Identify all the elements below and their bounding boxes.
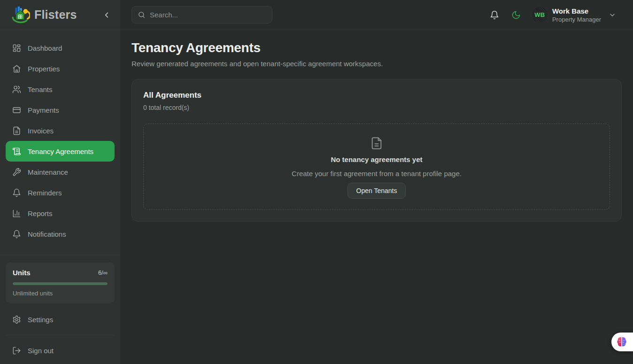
sidebar-item-label: Properties bbox=[28, 65, 60, 73]
sidebar-item-payments[interactable]: Payments bbox=[6, 100, 115, 120]
bell-icon bbox=[490, 10, 499, 20]
gear-icon bbox=[12, 315, 21, 324]
document-icon bbox=[370, 137, 383, 150]
card-title: All Agreements bbox=[143, 91, 610, 100]
units-note: Unlimited units bbox=[13, 290, 108, 297]
sidebar-item-label: Settings bbox=[28, 316, 53, 324]
user-role: Property Manager bbox=[552, 16, 601, 23]
brand-name: Flisters bbox=[34, 8, 101, 22]
bar-chart-icon bbox=[12, 209, 21, 218]
sidebar-item-maintenance[interactable]: Maintenance bbox=[6, 162, 115, 182]
sidebar-item-label: Reports bbox=[28, 209, 53, 217]
units-progress-fill bbox=[13, 282, 108, 285]
sidebar-item-label: Notifications bbox=[28, 230, 66, 238]
sidebar: Flisters Dashboard Properties Tenants Pa… bbox=[0, 0, 120, 364]
flisters-logo-icon bbox=[10, 5, 30, 25]
sidebar-item-reports[interactable]: Reports bbox=[6, 203, 115, 224]
brain-icon bbox=[616, 336, 628, 348]
avatar: WB bbox=[532, 7, 548, 23]
theme-toggle-button[interactable] bbox=[510, 9, 522, 21]
sidebar-item-sign-out[interactable]: Sign out bbox=[6, 340, 115, 361]
assistant-widget-button[interactable] bbox=[611, 333, 633, 351]
collapse-sidebar-button[interactable] bbox=[101, 9, 113, 21]
page-subtitle: Review generated agreements and open ten… bbox=[131, 60, 622, 68]
sidebar-item-label: Tenancy Agreements bbox=[28, 147, 93, 155]
empty-state-subtitle: Create your first agreement from a tenan… bbox=[292, 170, 462, 178]
search-box[interactable] bbox=[131, 6, 272, 23]
units-section: Units 6/∞ Unlimited units bbox=[0, 255, 120, 303]
sidebar-item-tenants[interactable]: Tenants bbox=[6, 79, 115, 100]
record-count: 0 total record(s) bbox=[143, 104, 610, 111]
wrench-icon bbox=[12, 168, 21, 177]
search-input[interactable] bbox=[150, 11, 266, 19]
chevron-left-icon bbox=[103, 11, 111, 19]
units-quota-card: Units 6/∞ Unlimited units bbox=[6, 263, 115, 303]
search-icon bbox=[138, 11, 146, 19]
sidebar-item-label: Reminders bbox=[28, 189, 62, 197]
users-icon bbox=[12, 85, 21, 94]
open-tenants-button[interactable]: Open Tenants bbox=[347, 183, 406, 199]
sidebar-item-label: Tenants bbox=[28, 85, 53, 93]
dashboard-icon bbox=[12, 44, 21, 53]
empty-state: No tenancy agreements yet Create your fi… bbox=[143, 124, 610, 210]
brand-header: Flisters bbox=[0, 0, 120, 30]
avatar-initials: WB bbox=[534, 11, 545, 18]
bell-icon bbox=[12, 188, 21, 197]
user-name: Work Base bbox=[552, 7, 601, 15]
empty-state-title: No tenancy agreements yet bbox=[331, 155, 422, 163]
sidebar-item-label: Sign out bbox=[28, 347, 54, 355]
page-title: Tenancy Agreements bbox=[131, 40, 622, 55]
sidebar-item-label: Maintenance bbox=[28, 168, 68, 176]
sidebar-item-label: Dashboard bbox=[28, 44, 62, 52]
sidebar-item-reminders[interactable]: Reminders bbox=[6, 182, 115, 203]
bell-icon bbox=[12, 230, 21, 239]
user-menu[interactable]: WB Work Base Property Manager bbox=[532, 7, 616, 23]
sidebar-item-label: Invoices bbox=[28, 127, 54, 135]
sidebar-item-properties[interactable]: Properties bbox=[6, 58, 115, 79]
chevron-down-icon bbox=[609, 11, 616, 19]
file-text-icon bbox=[12, 126, 21, 135]
moon-icon bbox=[511, 10, 521, 20]
sidebar-item-notifications[interactable]: Notifications bbox=[6, 224, 115, 244]
sidebar-nav: Dashboard Properties Tenants Payments In… bbox=[0, 30, 120, 244]
units-progress-track bbox=[13, 282, 108, 285]
sidebar-item-invoices[interactable]: Invoices bbox=[6, 120, 115, 141]
sidebar-item-label: Payments bbox=[28, 106, 59, 114]
page-content: Tenancy Agreements Review generated agre… bbox=[120, 30, 633, 222]
scroll-icon bbox=[12, 147, 21, 156]
topbar: WB Work Base Property Manager bbox=[120, 0, 633, 30]
credit-card-icon bbox=[12, 106, 21, 115]
notifications-button[interactable] bbox=[489, 9, 500, 21]
units-label: Units bbox=[13, 269, 31, 277]
home-icon bbox=[12, 64, 21, 73]
sidebar-item-settings[interactable]: Settings bbox=[6, 309, 115, 330]
main-area: WB Work Base Property Manager Tenancy Ag… bbox=[120, 0, 633, 364]
units-count: 6/∞ bbox=[98, 269, 108, 276]
sidebar-item-dashboard[interactable]: Dashboard bbox=[6, 38, 115, 58]
logout-icon bbox=[12, 346, 21, 355]
sidebar-item-tenancy-agreements[interactable]: Tenancy Agreements bbox=[6, 141, 115, 162]
all-agreements-card: All Agreements 0 total record(s) No tena… bbox=[131, 79, 622, 222]
